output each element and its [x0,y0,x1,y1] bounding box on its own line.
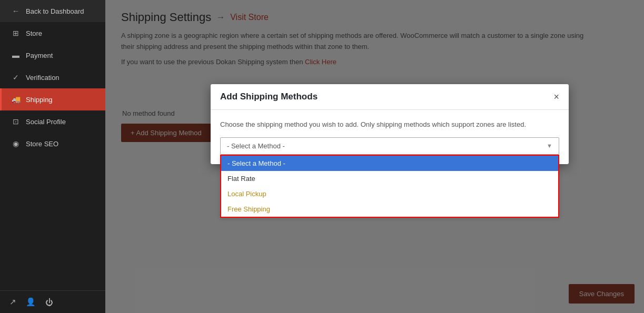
seo-icon: ◉ [11,139,21,148]
sidebar-bottom: ↗ 👤 ⏻ [0,290,105,313]
add-shipping-methods-modal: Add Shipping Methods × Choose the shippi… [211,84,569,164]
modal-title: Add Shipping Methods [220,92,318,102]
payment-icon: ▬ [11,51,21,60]
sidebar-label-payment: Payment [26,52,53,59]
sidebar-label-verification: Verification [26,74,60,82]
modal-body: Choose the shipping method you wish to a… [211,110,569,164]
sidebar-label-social: Social Profile [26,118,66,126]
sidebar-label-shipping: Shipping [26,96,53,104]
shipping-icon: 🚚 [11,95,21,104]
user-icon[interactable]: 👤 [26,297,36,307]
sidebar-item-social-profile[interactable]: ⊡ Social Profile [0,110,105,133]
method-select-wrapper: - Select a Method - ▼ - Select a Method … [220,137,559,155]
back-icon: ← [11,6,21,16]
chevron-down-icon: ▼ [547,143,552,149]
verification-icon: ✓ [11,73,21,82]
power-icon[interactable]: ⏻ [45,298,53,307]
method-select[interactable]: - Select a Method - ▼ [220,137,559,155]
modal-header: Add Shipping Methods × [211,84,569,110]
social-icon: ⊡ [11,117,21,126]
dropdown-option-select[interactable]: - Select a Method - [221,156,558,171]
sidebar: ← Back to Dashboard ⊞ Store ▬ Payment ✓ … [0,0,105,313]
dropdown-option-flat-rate[interactable]: Flat Rate [221,171,558,186]
dropdown-option-local-pickup[interactable]: Local Pickup [221,186,558,201]
store-icon: ⊞ [11,28,21,38]
select-value: - Select a Method - [227,142,285,150]
sidebar-item-shipping[interactable]: 🚚 Shipping [0,88,105,110]
sidebar-item-payment[interactable]: ▬ Payment [0,44,105,66]
sidebar-item-back-to-dashboard[interactable]: ← Back to Dashboard [0,0,105,22]
method-dropdown-list: - Select a Method - Flat Rate Local Pick… [220,155,559,218]
main-content: Shipping Settings → Visit Store A shippi… [105,0,644,313]
modal-close-button[interactable]: × [553,92,559,102]
sidebar-item-verification[interactable]: ✓ Verification [0,66,105,88]
sidebar-item-store-seo[interactable]: ◉ Store SEO [0,133,105,155]
modal-description: Choose the shipping method you wish to a… [220,119,559,130]
sidebar-label-back: Back to Dashboard [26,7,84,15]
sidebar-label-seo: Store SEO [26,140,58,148]
sidebar-item-store[interactable]: ⊞ Store [0,22,105,44]
sidebar-label-store: Store [26,29,42,37]
external-link-icon[interactable]: ↗ [9,297,16,307]
dropdown-option-free-shipping[interactable]: Free Shipping [221,201,558,217]
